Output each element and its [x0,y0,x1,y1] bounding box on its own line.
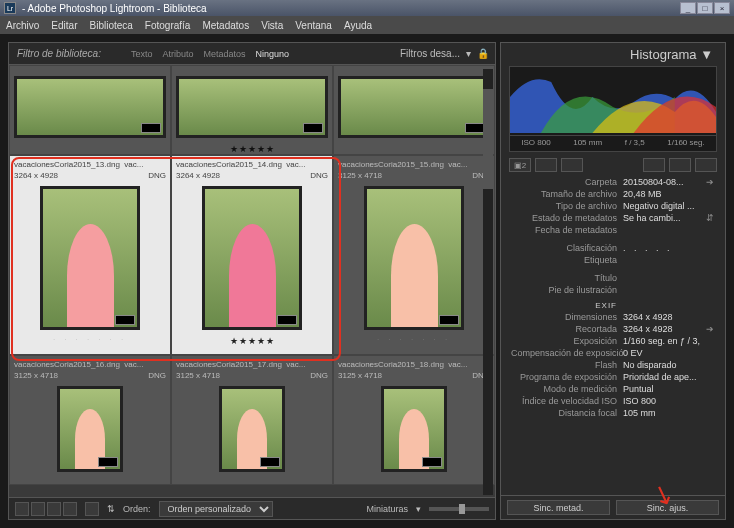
menu-vista[interactable]: Vista [261,20,283,31]
thumb-cell-selected[interactable]: vacacionesCoria2015_13.dng vac... 3264 x… [9,155,171,355]
thumb-cell[interactable]: vacacionesCoria2015_16.dng vac... 3125 x… [9,355,171,485]
sort-dir-icon[interactable]: ⇅ [107,504,115,514]
menu-metadatos[interactable]: Metadatos [202,20,249,31]
view-loupe-icon[interactable] [31,502,45,516]
thumb-cell[interactable]: ★★★★★ [171,65,333,155]
app-icon: Lr [4,2,16,14]
badge-icon[interactable] [561,158,583,172]
painter-icon[interactable] [85,502,99,516]
menu-archivo[interactable]: Archivo [6,20,39,31]
thumb-cell[interactable]: vacacionesCoria2015_15.dng vac... 3125 x… [333,155,495,355]
thumbsize-slider[interactable] [429,507,489,511]
view-grid-icon[interactable] [15,502,29,516]
tab-ninguno[interactable]: Ninguno [256,49,290,59]
histo-iso: ISO 800 [521,138,550,147]
histo-focal: 105 mm [573,138,602,147]
histogram-title[interactable]: Histograma [630,47,696,62]
metadata-panel[interactable]: Carpeta20150804-08...➔ Tamaño de archivo… [501,174,725,495]
chevron-down-icon: ▾ [416,504,421,514]
window-title: - Adobe Photoshop Lightroom - Biblioteca [22,3,207,14]
minimize-button[interactable]: _ [680,2,696,14]
grid-scrollbar[interactable] [483,69,493,495]
tab-atributo[interactable]: Atributo [162,49,193,59]
menu-editar[interactable]: Editar [51,20,77,31]
menu-ventana[interactable]: Ventana [295,20,332,31]
menu-biblioteca[interactable]: Biblioteca [89,20,132,31]
menu-ayuda[interactable]: Ayuda [344,20,372,31]
thumb-cell[interactable] [9,65,171,155]
caption-field[interactable] [623,285,715,295]
view-survey-icon[interactable] [63,502,77,516]
sync-settings-button[interactable]: Sinc. ajus. [616,500,719,515]
view-compare-icon[interactable] [47,502,61,516]
selection-count-badge[interactable]: ▣ 2 [509,158,531,172]
sort-label: Orden: [123,504,151,514]
tab-metadatos[interactable]: Metadatos [203,49,245,59]
thumb-cell[interactable]: vacacionesCoria2015_17.dng vac... 3125 x… [171,355,333,485]
thumb-cell-selected[interactable]: vacacionesCoria2015_14.dng vac... 3264 x… [171,155,333,355]
badge-icon[interactable] [695,158,717,172]
lock-icon[interactable]: 🔒 [477,48,487,59]
thumb-cell[interactable]: vacacionesCoria2015_18.dng vac... 3125 x… [333,355,495,485]
badge-icon[interactable] [669,158,691,172]
sync-metadata-button[interactable]: Sinc. metad. [507,500,610,515]
thumb-cell[interactable] [333,65,495,155]
maximize-button[interactable]: □ [697,2,713,14]
close-button[interactable]: × [714,2,730,14]
triangle-down-icon[interactable]: ▼ [700,47,713,62]
thumbnail-grid[interactable]: ★★★★★ vacacionesCoria2015_13.dng vac... … [9,65,495,497]
tab-texto[interactable]: Texto [131,49,153,59]
thumbsize-label: Miniaturas [366,504,408,514]
menu-fotografia[interactable]: Fotografía [145,20,191,31]
histogram-panel[interactable]: ISO 800 105 mm f / 3,5 1/160 seg. [509,66,717,152]
chevron-down-icon: ▾ [466,48,471,59]
badge-icon[interactable] [535,158,557,172]
label-field[interactable] [623,255,715,265]
exif-heading: EXIF [511,297,623,310]
badge-icon[interactable] [643,158,665,172]
arrow-right-icon[interactable]: ➔ [705,324,715,334]
filter-preset-dropdown[interactable]: Filtros desa... [400,48,460,59]
histo-aperture: f / 3,5 [625,138,645,147]
menubar: Archivo Editar Biblioteca Fotografía Met… [0,16,734,34]
filter-label: Filtro de biblioteca: [17,48,101,59]
histo-shutter: 1/160 seg. [667,138,704,147]
arrow-right-icon[interactable]: ➔ [705,177,715,187]
sort-dropdown[interactable]: Orden personalizado [159,501,273,517]
title-field[interactable] [623,273,715,283]
rating-field[interactable]: . . . . . [623,243,715,253]
status-icon[interactable]: ⇵ [705,213,715,223]
